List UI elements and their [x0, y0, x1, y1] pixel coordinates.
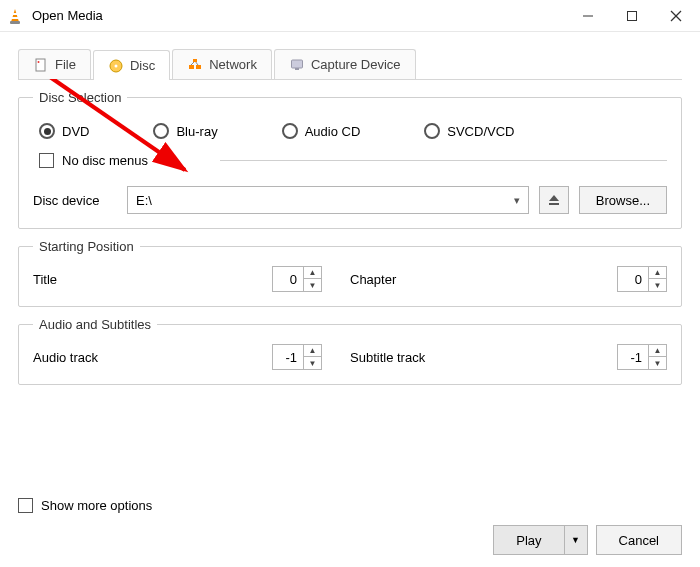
- network-icon: [187, 57, 203, 73]
- svg-point-11: [38, 61, 40, 63]
- spin-up-icon[interactable]: ▲: [649, 345, 666, 357]
- audio-subtitles-legend: Audio and Subtitles: [33, 317, 157, 332]
- radio-bluray-label: Blu-ray: [176, 124, 217, 139]
- play-button[interactable]: Play ▼: [493, 525, 587, 555]
- spin-down-icon[interactable]: ▼: [649, 279, 666, 291]
- svg-rect-22: [549, 203, 559, 205]
- show-more-options-checkbox[interactable]: Show more options: [18, 498, 682, 513]
- radio-dvd[interactable]: DVD: [39, 123, 89, 139]
- dialog-footer: Show more options Play ▼ Cancel: [0, 498, 700, 567]
- svg-rect-1: [13, 13, 18, 15]
- audio-track-spinner[interactable]: -1 ▲▼: [272, 344, 322, 370]
- tab-file-label: File: [55, 57, 76, 72]
- no-disc-menus-checkbox[interactable]: No disc menus: [39, 153, 148, 168]
- radio-audiocd-label: Audio CD: [305, 124, 361, 139]
- radio-audiocd[interactable]: Audio CD: [282, 123, 361, 139]
- svg-rect-14: [189, 65, 194, 69]
- chapter-label: Chapter: [350, 272, 458, 287]
- browse-button[interactable]: Browse...: [579, 186, 667, 214]
- divider: [220, 160, 667, 161]
- tab-capture-label: Capture Device: [311, 57, 401, 72]
- eject-button[interactable]: [539, 186, 569, 214]
- tab-network-label: Network: [209, 57, 257, 72]
- svg-rect-3: [10, 21, 20, 24]
- audio-track-label: Audio track: [33, 350, 141, 365]
- svg-rect-10: [36, 59, 45, 71]
- radio-bluray[interactable]: Blu-ray: [153, 123, 217, 139]
- tab-file[interactable]: File: [18, 49, 91, 79]
- tab-network[interactable]: Network: [172, 49, 272, 79]
- svg-marker-0: [11, 9, 19, 22]
- spin-up-icon[interactable]: ▲: [649, 267, 666, 279]
- checkbox-icon[interactable]: [18, 498, 33, 513]
- title-spinner[interactable]: 0 ▲▼: [272, 266, 322, 292]
- chapter-spinner[interactable]: 0 ▲▼: [617, 266, 667, 292]
- tab-bar: File Disc Network Capture Device: [18, 48, 682, 80]
- vlc-icon: [6, 7, 24, 25]
- cancel-button[interactable]: Cancel: [596, 525, 682, 555]
- eject-icon: [548, 194, 560, 206]
- radio-bluray-button[interactable]: [153, 123, 169, 139]
- titlebar: Open Media: [0, 0, 700, 32]
- disc-icon: [108, 58, 124, 74]
- spin-up-icon[interactable]: ▲: [304, 267, 321, 279]
- svg-point-13: [114, 64, 117, 67]
- subtitle-track-spinner[interactable]: -1 ▲▼: [617, 344, 667, 370]
- tab-capture[interactable]: Capture Device: [274, 49, 416, 79]
- dialog-content: File Disc Network Capture Device Disc Se…: [0, 32, 700, 403]
- file-icon: [33, 57, 49, 73]
- play-button-label: Play: [516, 533, 541, 548]
- minimize-button[interactable]: [566, 0, 610, 32]
- checkbox-icon[interactable]: [39, 153, 54, 168]
- maximize-button[interactable]: [610, 0, 654, 32]
- disc-device-label: Disc device: [33, 193, 117, 208]
- title-value: 0: [273, 272, 303, 287]
- subtitle-track-value: -1: [618, 350, 648, 365]
- svg-rect-19: [291, 60, 302, 68]
- svg-rect-5: [628, 11, 637, 20]
- svg-rect-15: [196, 65, 201, 69]
- close-button[interactable]: [654, 0, 698, 32]
- spin-up-icon[interactable]: ▲: [304, 345, 321, 357]
- subtitle-track-label: Subtitle track: [350, 350, 458, 365]
- disc-selection-legend: Disc Selection: [33, 90, 127, 105]
- audio-subtitles-group: Audio and Subtitles Audio track -1 ▲▼ Su…: [18, 317, 682, 385]
- svg-rect-20: [295, 68, 299, 70]
- spin-down-icon[interactable]: ▼: [649, 357, 666, 369]
- tab-disc[interactable]: Disc: [93, 50, 170, 80]
- spin-down-icon[interactable]: ▼: [304, 357, 321, 369]
- spin-down-icon[interactable]: ▼: [304, 279, 321, 291]
- disc-device-combo[interactable]: E:\ ▾: [127, 186, 529, 214]
- disc-selection-group: Disc Selection DVD Blu-ray Audio CD SVCD…: [18, 90, 682, 229]
- tab-disc-label: Disc: [130, 58, 155, 73]
- title-label: Title: [33, 272, 141, 287]
- show-more-label: Show more options: [41, 498, 152, 513]
- radio-svcd-button[interactable]: [424, 123, 440, 139]
- radio-svcd[interactable]: SVCD/VCD: [424, 123, 514, 139]
- starting-position-group: Starting Position Title 0 ▲▼ Chapter 0 ▲…: [18, 239, 682, 307]
- disc-device-value: E:\: [136, 193, 152, 208]
- capture-icon: [289, 57, 305, 73]
- play-dropdown-button[interactable]: ▼: [565, 526, 587, 554]
- chevron-down-icon: ▾: [514, 194, 520, 207]
- svg-rect-18: [193, 59, 197, 62]
- chapter-value: 0: [618, 272, 648, 287]
- no-disc-menus-label: No disc menus: [62, 153, 148, 168]
- window-title: Open Media: [32, 8, 566, 23]
- svg-marker-21: [549, 195, 559, 201]
- cancel-button-label: Cancel: [619, 533, 659, 548]
- browse-button-label: Browse...: [596, 193, 650, 208]
- chevron-down-icon: ▼: [571, 535, 580, 545]
- audio-track-value: -1: [273, 350, 303, 365]
- radio-dvd-label: DVD: [62, 124, 89, 139]
- radio-svcd-label: SVCD/VCD: [447, 124, 514, 139]
- radio-dvd-button[interactable]: [39, 123, 55, 139]
- radio-audiocd-button[interactable]: [282, 123, 298, 139]
- starting-position-legend: Starting Position: [33, 239, 140, 254]
- svg-rect-2: [12, 17, 18, 19]
